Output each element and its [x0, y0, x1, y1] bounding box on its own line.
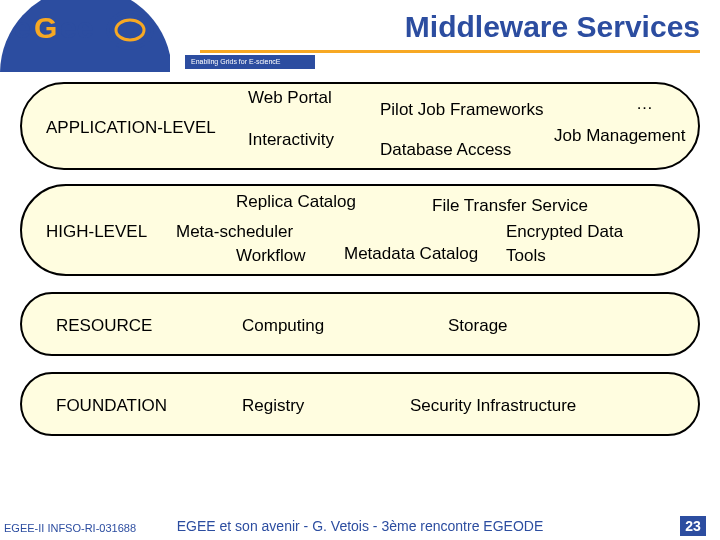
tagline: Enabling Grids for E-sciencE — [185, 55, 315, 69]
item-meta-scheduler: Meta-scheduler — [176, 222, 293, 242]
item-ellipsis: … — [636, 94, 653, 114]
item-pilot-frameworks: Pilot Job Frameworks — [380, 100, 543, 120]
item-tools: Tools — [506, 246, 546, 266]
level-label-resource: RESOURCE — [56, 316, 152, 336]
level-label-foundation: FOUNDATION — [56, 396, 167, 416]
item-metadata-catalog: Metadata Catalog — [344, 244, 478, 264]
egee-logo: e G ee — [0, 0, 170, 72]
level-label-application: APPLICATION-LEVEL — [46, 118, 216, 138]
item-interactivity: Interactivity — [248, 130, 334, 150]
footer-center: EGEE et son avenir - G. Vetois - 3ème re… — [0, 518, 720, 534]
level-label-high: HIGH-LEVEL — [46, 222, 147, 242]
item-workflow: Workflow — [236, 246, 306, 266]
svg-point-5 — [126, 26, 134, 34]
item-encrypted-data: Encrypted Data — [506, 222, 623, 242]
diagram-stage: APPLICATION-LEVEL Web Portal Pilot Job F… — [0, 72, 720, 492]
footer: EGEE-II INFSO-RI-031688 EGEE et son aven… — [0, 512, 720, 540]
header: e G ee Middleware Services Enabling Grid… — [0, 0, 720, 72]
item-job-management: Job Management — [554, 126, 685, 146]
page-number: 23 — [680, 516, 706, 536]
item-security-infrastructure: Security Infrastructure — [410, 396, 576, 416]
item-database-access: Database Access — [380, 140, 511, 160]
item-file-transfer: File Transfer Service — [432, 196, 588, 216]
svg-text:ee: ee — [60, 11, 93, 44]
item-replica-catalog: Replica Catalog — [236, 192, 356, 212]
item-registry: Registry — [242, 396, 304, 416]
page-title: Middleware Services — [200, 10, 700, 53]
item-computing: Computing — [242, 316, 324, 336]
svg-text:G: G — [34, 11, 57, 44]
item-storage: Storage — [448, 316, 508, 336]
item-web-portal: Web Portal — [248, 88, 332, 108]
svg-text:e: e — [14, 11, 31, 44]
